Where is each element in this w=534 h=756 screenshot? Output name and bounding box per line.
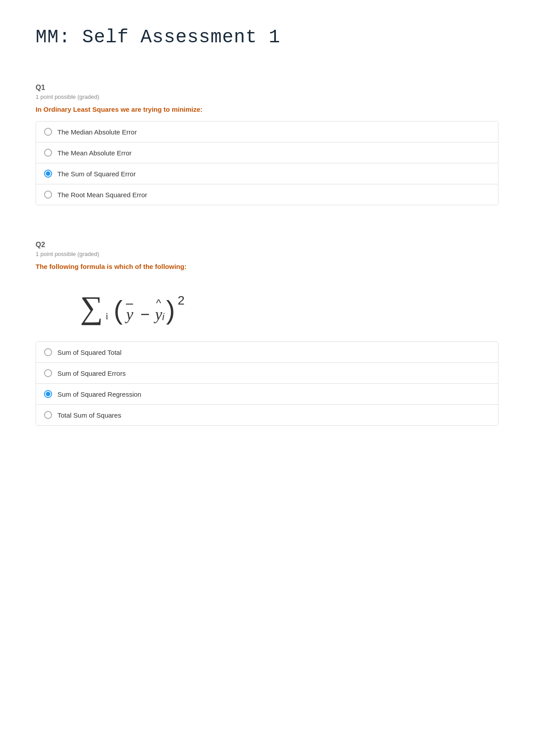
- q2-points: 1 point possible (graded): [36, 251, 498, 257]
- subscript-i: i: [105, 310, 108, 322]
- y-hat-group: ^ y i: [155, 301, 164, 324]
- q1-question: In Ordinary Least Squares we are trying …: [36, 106, 498, 113]
- q1-radio-2[interactable]: [44, 149, 52, 157]
- q1-radio-4[interactable]: [44, 191, 52, 199]
- q2-radio-3[interactable]: [44, 390, 52, 398]
- q2-label: Q2: [36, 241, 498, 249]
- q2-radio-2[interactable]: [44, 369, 52, 377]
- q1-option-4-label: The Root Mean Squared Error: [57, 191, 147, 199]
- q1-option-3[interactable]: The Sum of Squared Error: [36, 163, 498, 184]
- q2-option-3-label: Sum of Squared Regression: [57, 390, 141, 398]
- q2-option-4-label: Total Sum of Squares: [57, 411, 121, 419]
- q2-radio-4[interactable]: [44, 411, 52, 419]
- question-1: Q1 1 point possible (graded) In Ordinary…: [36, 84, 498, 205]
- q2-option-1-label: Sum of Squared Total: [57, 349, 121, 356]
- minus-sign: −: [140, 305, 150, 324]
- q2-radio-3-fill: [46, 392, 50, 396]
- q1-option-3-label: The Sum of Squared Error: [57, 170, 136, 178]
- q2-option-3[interactable]: Sum of Squared Regression: [36, 384, 498, 405]
- q1-option-4[interactable]: The Root Mean Squared Error: [36, 184, 498, 205]
- q2-option-1[interactable]: Sum of Squared Total: [36, 342, 498, 363]
- y-hat-subscript: i: [162, 311, 164, 323]
- question-2: Q2 1 point possible (graded) The followi…: [36, 241, 498, 426]
- q1-radio-1[interactable]: [44, 128, 52, 136]
- q2-option-2-label: Sum of Squared Errors: [57, 370, 125, 377]
- q1-radio-3[interactable]: [44, 170, 52, 178]
- q1-label: Q1: [36, 84, 498, 92]
- q1-option-2-label: The Mean Absolute Error: [57, 149, 132, 157]
- right-paren: ): [166, 297, 175, 324]
- q2-option-2[interactable]: Sum of Squared Errors: [36, 363, 498, 384]
- page-title: MM: Self Assessment 1: [36, 27, 498, 48]
- formula-display: ∑ i ( y − ^ y i ) 2: [36, 278, 498, 341]
- q2-question: The following formula is which of the fo…: [36, 263, 498, 270]
- formula: ∑ i ( y − ^ y i ) 2: [80, 292, 185, 324]
- q1-option-1[interactable]: The Median Absolute Error: [36, 122, 498, 142]
- q2-options: Sum of Squared Total Sum of Squared Erro…: [36, 341, 498, 426]
- q1-points: 1 point possible (graded): [36, 93, 498, 100]
- power-2: 2: [178, 293, 185, 308]
- sigma-symbol: ∑: [80, 292, 103, 324]
- q1-options: The Median Absolute Error The Mean Absol…: [36, 121, 498, 205]
- y-hat-symbol: ^ y: [155, 301, 162, 324]
- y-bar-symbol: y: [126, 304, 133, 324]
- q1-radio-3-fill: [46, 171, 50, 176]
- q2-option-4[interactable]: Total Sum of Squares: [36, 405, 498, 425]
- q1-option-2[interactable]: The Mean Absolute Error: [36, 142, 498, 163]
- left-paren: (: [113, 297, 122, 324]
- q1-option-1-label: The Median Absolute Error: [57, 128, 137, 136]
- q2-radio-1[interactable]: [44, 348, 52, 356]
